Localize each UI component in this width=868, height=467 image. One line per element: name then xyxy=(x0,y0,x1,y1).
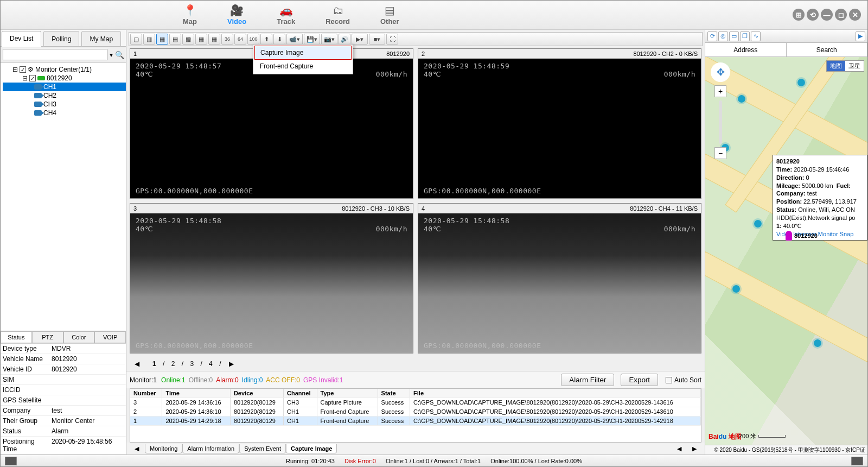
maptool-link-icon[interactable]: ∿ xyxy=(751,31,761,41)
play-icon[interactable]: ▶▾ xyxy=(352,34,368,45)
layout-100-button[interactable]: 100 xyxy=(247,34,259,45)
col-channel[interactable]: Channel xyxy=(284,389,317,398)
page-up-icon[interactable]: ⬆ xyxy=(260,34,272,45)
close-button[interactable]: ✕ xyxy=(849,9,861,21)
layout-split-icon[interactable]: ▥ xyxy=(143,34,155,45)
topnav-other[interactable]: ▤Other xyxy=(380,4,399,26)
layout-9-icon[interactable]: ▦ xyxy=(195,34,207,45)
layout-8-icon[interactable]: ▩ xyxy=(182,34,194,45)
fullscreen-icon[interactable]: ⛶ xyxy=(386,34,398,45)
map-canvas[interactable]: 地图 卫星 ✥ + − 8012920 Time: 2020-05-29 15:… xyxy=(705,57,867,445)
col-device[interactable]: Device xyxy=(230,389,283,398)
zoom-slider[interactable] xyxy=(719,100,722,144)
device-tree[interactable]: ⊟✓⚙Monitor Center(1/1) ⊟✓8012920 CH1CH2C… xyxy=(1,63,126,331)
maptype-satellite[interactable]: 卫星 xyxy=(845,61,864,71)
video-cell-2[interactable]: 28012920 - CH2 - 0 KB/S2020-05-29 15:48:… xyxy=(418,48,701,199)
pager-prev[interactable]: ◀ xyxy=(130,358,144,369)
map-copyright: © 2020 Baidu - GS(2019)5218号 - 甲测资字11009… xyxy=(705,445,867,455)
menu-capture-image[interactable]: Capture Image xyxy=(254,46,352,60)
maptool-collapse-icon[interactable]: ▶ xyxy=(856,31,865,41)
vehicle-marker[interactable]: 8012920 xyxy=(786,231,818,241)
btab-capture-image[interactable]: Capture Image xyxy=(286,444,337,453)
tree-device[interactable]: ⊟✓8012920 xyxy=(3,74,126,83)
search-icon[interactable]: 🔍 xyxy=(115,51,124,59)
layout-36-button[interactable]: 36 xyxy=(221,34,233,45)
subtab-voip[interactable]: VOIP xyxy=(94,331,126,343)
layout-single-icon[interactable]: ▢ xyxy=(130,34,142,45)
record-icon[interactable]: 💾▾ xyxy=(304,34,320,45)
table-row[interactable]: 12020-05-29 14:29:188012920(80129CH1Fron… xyxy=(130,416,701,426)
lefttab-polling[interactable]: Polling xyxy=(43,31,79,47)
page-1[interactable]: 1 xyxy=(148,358,161,369)
autosort-checkbox[interactable]: Auto Sort xyxy=(666,376,701,384)
maptype-map[interactable]: 地图 xyxy=(827,61,845,71)
statusbar-left-icon[interactable] xyxy=(5,457,17,465)
tiplink-snap[interactable]: Snap xyxy=(840,231,854,237)
alarm-filter-button[interactable]: Alarm Filter xyxy=(561,374,614,386)
layout-64-button[interactable]: 64 xyxy=(234,34,246,45)
page-down-icon[interactable]: ⬇ xyxy=(273,34,285,45)
subtab-status[interactable]: Status xyxy=(1,331,32,343)
compass-icon[interactable]: ✥ xyxy=(711,62,730,82)
page-2[interactable]: 2 xyxy=(167,358,180,369)
tree-channel-ch3[interactable]: CH3 xyxy=(3,100,126,109)
page-4[interactable]: 4 xyxy=(204,358,218,369)
btabs-scroll-right[interactable]: ▶ xyxy=(687,444,701,454)
address-field[interactable]: Address xyxy=(705,43,787,56)
export-button[interactable]: Export xyxy=(621,374,658,386)
table-row[interactable]: 22020-05-29 14:36:108012920(80129CH1Fron… xyxy=(130,407,701,416)
col-time[interactable]: Time xyxy=(162,389,230,398)
subtab-ptz[interactable]: PTZ xyxy=(32,331,63,343)
layout-16-icon[interactable]: ▦ xyxy=(208,34,220,45)
maptool-refresh-icon[interactable]: ⟳ xyxy=(707,31,717,41)
statusbar-right-icon[interactable] xyxy=(851,457,863,465)
topnav-track[interactable]: 🚗Track xyxy=(277,4,295,26)
maptool-fit-icon[interactable]: ▭ xyxy=(729,31,739,41)
col-number[interactable]: Number xyxy=(130,389,162,398)
tree-channel-ch1[interactable]: CH1 xyxy=(3,83,126,91)
maptool-globe-icon[interactable]: ◎ xyxy=(718,31,728,41)
stop-icon[interactable]: ■▾ xyxy=(369,34,385,45)
btab-alarm-information[interactable]: Alarm Information xyxy=(182,444,239,453)
capture-table-wrap[interactable]: NumberTimeDeviceChannelTypeStateFile 320… xyxy=(130,388,701,443)
topnav-record[interactable]: 🗂Record xyxy=(326,4,350,26)
ptz-icon[interactable]: 📹▾ xyxy=(286,34,303,45)
col-file[interactable]: File xyxy=(410,389,701,398)
table-row[interactable]: 32020-05-29 14:36:168012920(80129CH3Capt… xyxy=(130,398,701,407)
tree-channel-ch4[interactable]: CH4 xyxy=(3,109,126,117)
zoom-in-button[interactable]: + xyxy=(714,85,726,97)
col-state[interactable]: State xyxy=(378,389,410,398)
minimize-button[interactable]: — xyxy=(821,9,833,21)
address-search-button[interactable]: Search xyxy=(787,43,868,56)
btab-monitoring[interactable]: Monitoring xyxy=(145,444,182,453)
tree-root[interactable]: ⊟✓⚙Monitor Center(1/1) xyxy=(3,65,126,74)
pager-next[interactable]: ▶ xyxy=(224,358,239,369)
maximize-button[interactable]: ◻ xyxy=(835,9,847,21)
layout-6-icon[interactable]: ▤ xyxy=(169,34,181,45)
subtab-color[interactable]: Color xyxy=(63,331,95,343)
lefttab-dev-list[interactable]: Dev List xyxy=(2,31,41,47)
col-type[interactable]: Type xyxy=(317,389,378,398)
layout-4-icon[interactable]: ▦ xyxy=(156,34,168,45)
tiplink-monitor[interactable]: Monitor xyxy=(818,231,838,237)
tree-channel-ch2[interactable]: CH2 xyxy=(3,91,126,100)
page-3[interactable]: 3 xyxy=(185,358,199,369)
audio-icon[interactable]: 🔊 xyxy=(339,34,350,45)
btabs-prev[interactable]: ◀ xyxy=(130,444,144,454)
lefttab-my-map[interactable]: My Map xyxy=(81,31,121,47)
btab-system-event[interactable]: System Event xyxy=(239,444,286,453)
zoom-out-button[interactable]: − xyxy=(714,147,726,159)
camera-icon[interactable]: 📷▾ xyxy=(321,34,337,45)
btabs-scroll-left[interactable]: ◀ xyxy=(672,444,686,454)
topnav-video[interactable]: 🎥Video xyxy=(227,4,246,26)
menu-frontend-capture[interactable]: Front-end Capture xyxy=(254,60,352,73)
grid-button[interactable]: ⊞ xyxy=(793,9,805,21)
maptool-window-icon[interactable]: ❐ xyxy=(740,31,750,41)
device-search-input[interactable] xyxy=(3,49,107,60)
map-type-switch[interactable]: 地图 卫星 xyxy=(826,60,864,72)
dropdown-icon[interactable]: ▾ xyxy=(110,51,113,59)
video-cell-4[interactable]: 48012920 - CH4 - 11 KB/S2020-05-29 15:48… xyxy=(418,203,701,354)
topnav-map[interactable]: 📍Map xyxy=(183,4,197,26)
video-cell-3[interactable]: 38012920 - CH3 - 10 KB/S2020-05-29 15:48… xyxy=(130,203,413,354)
sync-button[interactable]: ⟲ xyxy=(807,9,819,21)
